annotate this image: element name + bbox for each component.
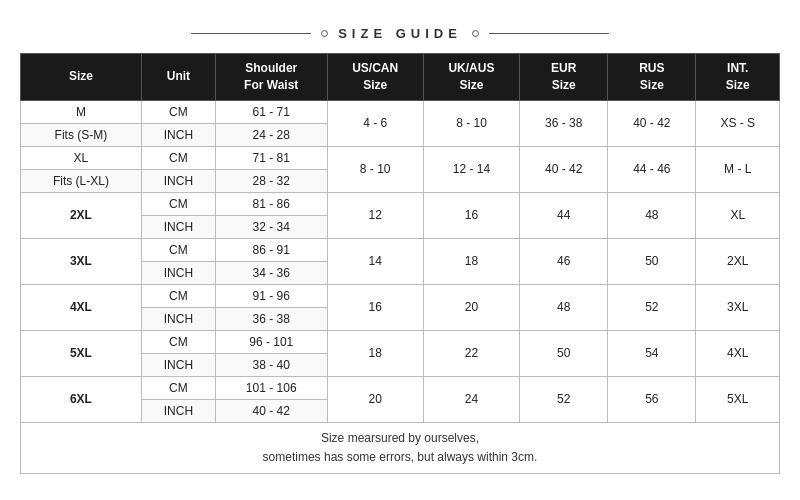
- cell-shoulder: 101 - 106: [215, 376, 327, 399]
- note-text: Size mearsured by ourselves,sometimes ha…: [21, 422, 780, 473]
- table-row: XLCM71 - 818 - 1012 - 1440 - 4244 - 46M …: [21, 146, 780, 169]
- cell-unit: INCH: [141, 169, 215, 192]
- cell-unit: INCH: [141, 261, 215, 284]
- cell-eur: 36 - 38: [520, 100, 608, 146]
- cell-int_: 2XL: [696, 238, 780, 284]
- cell-size: Fits (L-XL): [21, 169, 142, 192]
- cell-ukaus: 18: [423, 238, 519, 284]
- page-title: SIZE GUIDE: [338, 26, 462, 41]
- cell-size: 3XL: [21, 238, 142, 284]
- cell-eur: 48: [520, 284, 608, 330]
- cell-uscan: 16: [327, 284, 423, 330]
- cell-eur: 52: [520, 376, 608, 422]
- cell-rus: 54: [608, 330, 696, 376]
- cell-rus: 48: [608, 192, 696, 238]
- cell-ukaus: 24: [423, 376, 519, 422]
- cell-unit: INCH: [141, 399, 215, 422]
- cell-uscan: 12: [327, 192, 423, 238]
- cell-shoulder: 38 - 40: [215, 353, 327, 376]
- table-row: 3XLCM86 - 91141846502XL: [21, 238, 780, 261]
- col-uscan: US/CANSize: [327, 54, 423, 101]
- cell-rus: 44 - 46: [608, 146, 696, 192]
- col-int: INT.Size: [696, 54, 780, 101]
- cell-ukaus: 16: [423, 192, 519, 238]
- cell-rus: 56: [608, 376, 696, 422]
- col-eur: EURSize: [520, 54, 608, 101]
- cell-int_: 4XL: [696, 330, 780, 376]
- col-size: Size: [21, 54, 142, 101]
- cell-rus: 50: [608, 238, 696, 284]
- table-row: 2XLCM81 - 8612164448XL: [21, 192, 780, 215]
- title-dot-right: [472, 30, 479, 37]
- title-line-right: [489, 33, 609, 34]
- col-shoulder: ShoulderFor Waist: [215, 54, 327, 101]
- cell-unit: CM: [141, 376, 215, 399]
- cell-shoulder: 36 - 38: [215, 307, 327, 330]
- table-header-row: Size Unit ShoulderFor Waist US/CANSize U…: [21, 54, 780, 101]
- cell-unit: INCH: [141, 123, 215, 146]
- cell-unit: INCH: [141, 215, 215, 238]
- cell-shoulder: 81 - 86: [215, 192, 327, 215]
- cell-shoulder: 32 - 34: [215, 215, 327, 238]
- title-line-left: [191, 33, 311, 34]
- cell-shoulder: 24 - 28: [215, 123, 327, 146]
- cell-ukaus: 12 - 14: [423, 146, 519, 192]
- cell-ukaus: 8 - 10: [423, 100, 519, 146]
- cell-shoulder: 91 - 96: [215, 284, 327, 307]
- cell-eur: 44: [520, 192, 608, 238]
- cell-eur: 46: [520, 238, 608, 284]
- cell-unit: CM: [141, 146, 215, 169]
- cell-uscan: 8 - 10: [327, 146, 423, 192]
- col-rus: RUSSize: [608, 54, 696, 101]
- cell-uscan: 14: [327, 238, 423, 284]
- title-row: SIZE GUIDE: [20, 26, 780, 41]
- cell-unit: CM: [141, 284, 215, 307]
- cell-unit: CM: [141, 238, 215, 261]
- cell-size: 2XL: [21, 192, 142, 238]
- col-unit: Unit: [141, 54, 215, 101]
- cell-ukaus: 20: [423, 284, 519, 330]
- cell-unit: CM: [141, 192, 215, 215]
- cell-ukaus: 22: [423, 330, 519, 376]
- cell-uscan: 4 - 6: [327, 100, 423, 146]
- cell-shoulder: 71 - 81: [215, 146, 327, 169]
- cell-rus: 52: [608, 284, 696, 330]
- cell-shoulder: 96 - 101: [215, 330, 327, 353]
- cell-size: Fits (S-M): [21, 123, 142, 146]
- col-ukaus: UK/AUSSize: [423, 54, 519, 101]
- cell-unit: INCH: [141, 353, 215, 376]
- size-table: Size Unit ShoulderFor Waist US/CANSize U…: [20, 53, 780, 474]
- table-row: MCM61 - 714 - 68 - 1036 - 3840 - 42XS - …: [21, 100, 780, 123]
- cell-shoulder: 61 - 71: [215, 100, 327, 123]
- cell-size: XL: [21, 146, 142, 169]
- cell-shoulder: 40 - 42: [215, 399, 327, 422]
- cell-eur: 50: [520, 330, 608, 376]
- cell-size: 5XL: [21, 330, 142, 376]
- title-dot-left: [321, 30, 328, 37]
- cell-int_: XS - S: [696, 100, 780, 146]
- table-row: 6XLCM101 - 106202452565XL: [21, 376, 780, 399]
- cell-rus: 40 - 42: [608, 100, 696, 146]
- table-row: 5XLCM96 - 101182250544XL: [21, 330, 780, 353]
- cell-size: 4XL: [21, 284, 142, 330]
- cell-unit: CM: [141, 330, 215, 353]
- cell-eur: 40 - 42: [520, 146, 608, 192]
- size-guide-container: SIZE GUIDE Size Unit ShoulderFor Waist U…: [20, 26, 780, 474]
- cell-shoulder: 86 - 91: [215, 238, 327, 261]
- cell-uscan: 18: [327, 330, 423, 376]
- table-row: 4XLCM91 - 96162048523XL: [21, 284, 780, 307]
- note-row: Size mearsured by ourselves,sometimes ha…: [21, 422, 780, 473]
- cell-unit: CM: [141, 100, 215, 123]
- cell-shoulder: 34 - 36: [215, 261, 327, 284]
- cell-int_: 3XL: [696, 284, 780, 330]
- cell-int_: XL: [696, 192, 780, 238]
- cell-unit: INCH: [141, 307, 215, 330]
- cell-shoulder: 28 - 32: [215, 169, 327, 192]
- cell-int_: M - L: [696, 146, 780, 192]
- cell-size: 6XL: [21, 376, 142, 422]
- cell-size: M: [21, 100, 142, 123]
- cell-uscan: 20: [327, 376, 423, 422]
- cell-int_: 5XL: [696, 376, 780, 422]
